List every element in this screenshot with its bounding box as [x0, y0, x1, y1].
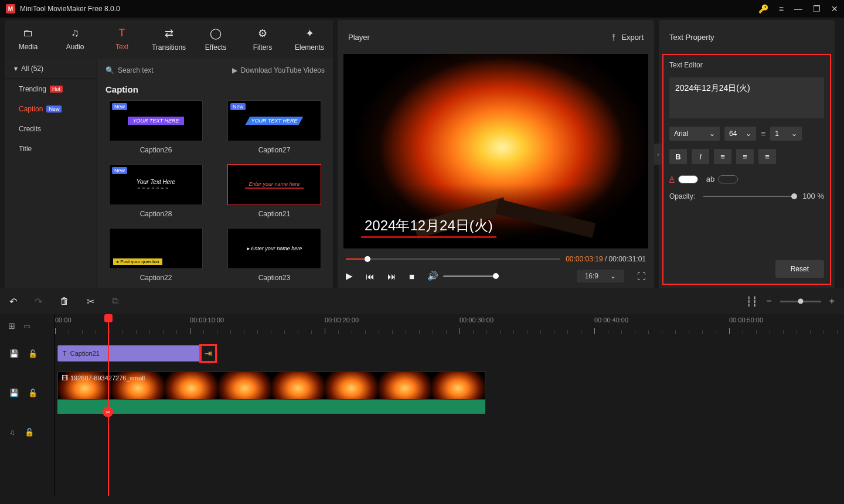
- volume-icon[interactable]: 🔊: [427, 271, 438, 281]
- line-height-select[interactable]: 1⌄: [770, 127, 802, 141]
- youtube-icon: ▶: [232, 66, 237, 74]
- sidebar-item-title[interactable]: Title: [5, 139, 97, 159]
- opacity-label: Opacity:: [669, 192, 695, 200]
- key-icon[interactable]: 🔑: [758, 4, 768, 13]
- caption-item-caption28[interactable]: NewYour Text Here～～～～～～～Caption28: [106, 164, 206, 219]
- caption-overlay: 2024年12月24日(火): [361, 215, 496, 238]
- sidebar-header-label: All (52): [21, 64, 43, 73]
- tab-filters[interactable]: ⚙Filters: [239, 23, 286, 55]
- folder-icon: 🗀: [23, 27, 33, 39]
- maximize-icon[interactable]: ❐: [813, 4, 821, 13]
- caption-label: Caption26: [140, 146, 172, 154]
- aspect-ratio-select[interactable]: 16:9⌄: [577, 270, 624, 282]
- collapse-tracks-icon[interactable]: ▭: [23, 322, 30, 331]
- minimize-icon[interactable]: —: [794, 4, 802, 13]
- export-button[interactable]: ⭱ Export: [610, 33, 644, 42]
- caption-item-caption23[interactable]: ▸ Enter your name hereCaption23: [224, 228, 325, 282]
- tab-row: 🗀Media♫AudioTText⇄Transitions◯Effects⚙Fi…: [5, 20, 333, 59]
- video-clip[interactable]: 🎞192687-893427276_small: [57, 372, 485, 414]
- save-icon[interactable]: 💾: [9, 389, 19, 397]
- music-icon[interactable]: ♫: [9, 428, 15, 437]
- stop-button[interactable]: ■: [409, 271, 414, 281]
- next-frame-button[interactable]: ⏭: [387, 271, 396, 281]
- caption-label: Caption28: [140, 210, 172, 218]
- redo-button[interactable]: ↷: [35, 296, 42, 307]
- text-clip[interactable]: T Caption21: [57, 345, 202, 362]
- lock-icon[interactable]: 🔓: [28, 389, 38, 397]
- reset-button[interactable]: Reset: [775, 260, 824, 278]
- tab-label: Audio: [66, 43, 84, 51]
- delete-button[interactable]: 🗑: [60, 296, 69, 307]
- zoom-in-button[interactable]: +: [829, 296, 835, 307]
- ruler-tick: 00:00:40:00: [594, 316, 628, 323]
- caption-thumbnail: Enter your name here: [227, 164, 321, 205]
- swap-icon: ⇄: [165, 27, 173, 40]
- sidebar-item-label: Title: [19, 145, 32, 153]
- lock-icon[interactable]: 🔓: [25, 428, 34, 437]
- panel-expand-handle[interactable]: ›: [654, 144, 662, 165]
- close-icon[interactable]: ✕: [831, 4, 838, 13]
- menu-icon[interactable]: ≡: [779, 4, 784, 13]
- add-track-icon[interactable]: ⊞: [8, 321, 15, 331]
- caption-item-caption26[interactable]: NewYOUR TEXT HERECaption26: [106, 100, 206, 155]
- clip-extend-handle[interactable]: ⇥: [199, 344, 217, 363]
- sidebar-item-trending[interactable]: TrendingHot: [5, 79, 97, 99]
- zoom-out-button[interactable]: −: [766, 296, 771, 307]
- sidebar-item-label: Credits: [19, 125, 41, 133]
- opacity-slider[interactable]: [703, 196, 794, 197]
- tab-effects[interactable]: ◯Effects: [192, 23, 239, 55]
- split-button[interactable]: ✂: [87, 296, 94, 307]
- undo-button[interactable]: ↶: [9, 296, 17, 307]
- sidebar-item-caption[interactable]: CaptionNew: [5, 99, 97, 119]
- play-button[interactable]: ▶: [346, 271, 353, 281]
- caption-label: Caption23: [258, 274, 291, 282]
- volume-slider[interactable]: [443, 275, 496, 277]
- align-left-button[interactable]: ≡: [714, 149, 731, 164]
- prev-frame-button[interactable]: ⏮: [366, 271, 375, 281]
- caption-thumbnail: NewYour Text Here～～～～～～～: [109, 164, 203, 205]
- bold-button[interactable]: B: [669, 149, 687, 164]
- library-panel: 🗀Media♫AudioTText⇄Transitions◯Effects⚙Fi…: [5, 20, 333, 288]
- audio-track[interactable]: [55, 416, 844, 448]
- tab-audio[interactable]: ♫Audio: [52, 23, 98, 55]
- text-color-picker[interactable]: A: [669, 175, 698, 183]
- caption-item-caption22[interactable]: ▸ Post your questionCaption22: [106, 228, 206, 282]
- caption-item-caption27[interactable]: NewYOUR TEXT HERECaption27: [224, 100, 325, 155]
- font-size-select[interactable]: 64⌄: [724, 127, 756, 141]
- caption-thumbnail: NewYOUR TEXT HERE: [109, 100, 203, 141]
- text-track[interactable]: T Caption21 ⇥: [55, 338, 844, 369]
- text-editor-label: Text Editor: [669, 61, 824, 69]
- search-text[interactable]: 🔍 Search text: [106, 66, 154, 74]
- italic-button[interactable]: I: [692, 149, 709, 164]
- font-family-select[interactable]: Arial⌄: [669, 127, 720, 141]
- time-ruler[interactable]: 00:0000:00:10:0000:00:20:0000:00:30:0000…: [55, 314, 844, 338]
- fullscreen-button[interactable]: ⛶: [637, 271, 646, 281]
- download-youtube-link[interactable]: ▶ Download YouTube Videos: [232, 66, 325, 74]
- sidebar-item-credits[interactable]: Credits: [5, 119, 97, 139]
- caption-item-caption21[interactable]: Enter your name hereCaption21: [224, 164, 325, 219]
- tab-text[interactable]: TText: [98, 23, 145, 55]
- app-icon: M: [6, 4, 15, 13]
- scissor-icon[interactable]: ✂: [103, 407, 113, 417]
- align-right-button[interactable]: ≡: [758, 149, 776, 164]
- zoom-slider[interactable]: [780, 301, 821, 302]
- tab-label: Filters: [253, 43, 273, 52]
- badge-new: New: [112, 167, 127, 174]
- video-track[interactable]: 🎞192687-893427276_small: [55, 369, 844, 416]
- text-editor-input[interactable]: [669, 77, 824, 118]
- ruler-tick: 00:00:10:00: [190, 316, 224, 323]
- tab-elements[interactable]: ✦Elements: [286, 23, 333, 55]
- search-placeholder: Search text: [118, 66, 154, 74]
- playhead[interactable]: ✂: [108, 314, 109, 496]
- align-center-button[interactable]: ≡: [736, 149, 754, 164]
- crop-button[interactable]: ⧉: [112, 296, 118, 307]
- save-icon[interactable]: 💾: [9, 349, 19, 358]
- lock-icon[interactable]: 🔓: [28, 349, 38, 358]
- tab-media[interactable]: 🗀Media: [5, 23, 52, 55]
- highlight-color-picker[interactable]: ab: [706, 175, 738, 183]
- caption-label: Caption22: [140, 274, 172, 282]
- snap-icon[interactable]: ┆┆: [746, 296, 758, 307]
- seek-bar[interactable]: 00:00:03:19 / 00:00:31:01: [346, 254, 646, 264]
- sidebar-header[interactable]: ▾ All (52): [5, 59, 97, 79]
- tab-transitions[interactable]: ⇄Transitions: [145, 23, 192, 55]
